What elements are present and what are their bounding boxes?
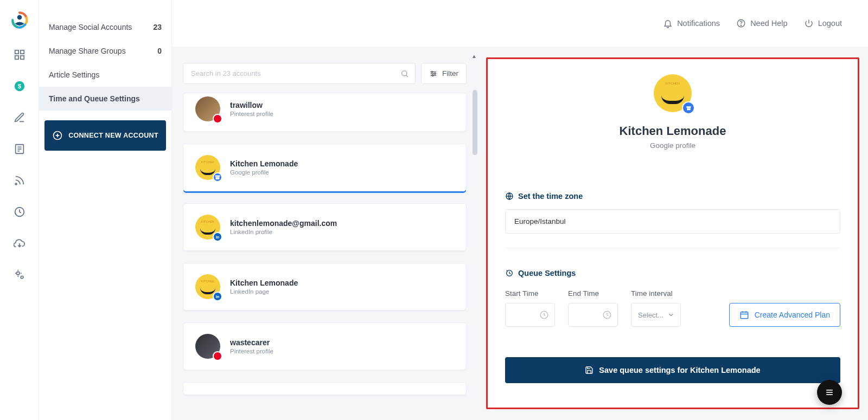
clock-icon — [602, 310, 612, 320]
clock-icon — [539, 310, 549, 320]
profile-name: Kitchen Lemonade — [505, 124, 840, 138]
end-time-input[interactable] — [568, 303, 618, 327]
svg-point-11 — [15, 183, 17, 185]
interval-label: Time interval — [631, 289, 681, 298]
sliders-icon — [429, 69, 438, 78]
svg-line-21 — [406, 75, 408, 77]
pinterest-badge-icon — [213, 351, 222, 361]
start-time-input[interactable] — [505, 303, 555, 327]
help-fab-button[interactable] — [817, 380, 842, 405]
svg-point-0 — [17, 15, 22, 20]
notifications-link[interactable]: Notifications — [663, 18, 720, 28]
save-icon — [585, 366, 593, 374]
sidebar-item-manage-accounts[interactable]: Manage Social Accounts 23 — [39, 15, 171, 39]
avatar: KITCHEN in — [195, 274, 220, 299]
settings-sidebar: Manage Social Accounts 23 Manage Share G… — [39, 0, 172, 420]
timezone-heading: Set the time zone — [505, 192, 840, 201]
svg-rect-2 — [20, 50, 23, 54]
logout-link[interactable]: Logout — [804, 18, 842, 28]
calendar-icon — [739, 310, 749, 320]
account-name: Kitchen Lemonade — [230, 279, 298, 287]
search-wrapper — [183, 63, 416, 84]
linkedin-badge-icon: in — [213, 292, 222, 301]
queue-heading: Queue Settings — [505, 269, 840, 277]
sidebar-item-time-queue[interactable]: Time and Queue Settings — [39, 87, 171, 111]
compose-icon[interactable] — [14, 112, 25, 124]
sidebar-item-label: Time and Queue Settings — [49, 94, 140, 103]
google-badge-icon — [213, 172, 222, 182]
avatar: KITCHEN — [195, 155, 220, 180]
svg-point-13 — [16, 272, 20, 275]
account-subtitle: Google profile — [230, 169, 298, 176]
scroll-up-arrow[interactable]: ▲ — [471, 53, 477, 59]
avatar — [195, 96, 220, 121]
save-queue-settings-button[interactable]: Save queue settings for Kitchen Lemonade — [505, 357, 840, 383]
search-input[interactable] — [183, 63, 416, 84]
plus-circle-icon — [52, 130, 63, 141]
settings-icon[interactable] — [14, 269, 25, 281]
account-name: trawillow — [230, 101, 273, 109]
account-subtitle: Pinterest profile — [230, 111, 273, 117]
account-card[interactable]: KITCHEN in kitchenlemonade@gmail.com Lin… — [183, 203, 467, 251]
power-icon — [804, 18, 814, 28]
sidebar-item-label: Article Settings — [49, 70, 99, 79]
account-subtitle: LinkedIn page — [230, 288, 298, 295]
svg-point-20 — [402, 70, 407, 75]
account-card[interactable]: KITCHEN Kitchen Lemonade Google profile — [183, 144, 467, 191]
accounts-column: ▲ Filter trawillow P — [172, 47, 477, 420]
account-card[interactable]: trawillow Pinterest profile — [183, 93, 467, 132]
svg-point-27 — [432, 75, 433, 76]
top-bar: Notifications Need Help Logout — [663, 0, 868, 47]
search-icon — [400, 69, 409, 78]
linkedin-badge-icon: in — [213, 232, 222, 242]
details-card: KITCHEN Kitchen Lemonade Google profile … — [486, 57, 859, 409]
account-card[interactable]: wastecarer Pinterest profile — [183, 322, 467, 370]
svg-rect-1 — [15, 50, 18, 54]
start-time-label: Start Time — [505, 289, 555, 298]
schedule-icon[interactable] — [14, 206, 25, 218]
account-subtitle: LinkedIn profile — [230, 229, 337, 235]
svg-text:in: in — [216, 235, 220, 240]
sidebar-item-article-settings[interactable]: Article Settings — [39, 63, 171, 87]
app-logo — [10, 11, 29, 29]
account-name: wastecarer — [230, 338, 273, 347]
pinterest-badge-icon — [213, 114, 222, 124]
sidebar-item-count: 23 — [153, 23, 162, 31]
profile-subtitle: Google profile — [505, 141, 840, 150]
help-link[interactable]: Need Help — [736, 18, 788, 28]
scrollbar-thumb[interactable] — [473, 90, 477, 155]
dashboard-icon[interactable] — [14, 49, 25, 61]
help-icon — [736, 18, 746, 28]
svg-point-26 — [434, 73, 436, 74]
sidebar-item-share-groups[interactable]: Manage Share Groups 0 — [39, 39, 171, 63]
icon-sidebar: $ — [0, 0, 39, 420]
refresh-clock-icon — [505, 269, 514, 277]
svg-text:$: $ — [17, 83, 21, 89]
account-card[interactable]: KITCHEN in Kitchen Lemonade LinkedIn pag… — [183, 263, 467, 311]
account-subtitle: Pinterest profile — [230, 348, 273, 354]
interval-select[interactable]: Select... — [631, 303, 681, 327]
google-badge-icon — [682, 101, 695, 114]
sidebar-item-count: 0 — [157, 47, 162, 55]
end-time-label: End Time — [568, 289, 618, 298]
avatar: KITCHEN in — [195, 215, 220, 240]
filter-button[interactable]: Filter — [421, 63, 467, 84]
create-advanced-plan-button[interactable]: Create Advanced Plan — [729, 303, 840, 327]
timezone-input[interactable] — [505, 209, 840, 234]
avatar — [195, 334, 220, 359]
details-column: KITCHEN Kitchen Lemonade Google profile … — [477, 47, 868, 420]
account-card[interactable] — [183, 382, 467, 395]
rss-icon[interactable] — [14, 175, 25, 186]
divider — [505, 248, 840, 248]
sidebar-item-label: Manage Share Groups — [49, 47, 126, 55]
svg-rect-4 — [20, 56, 23, 59]
svg-rect-28 — [216, 177, 220, 179]
sidebar-item-label: Manage Social Accounts — [49, 23, 132, 31]
import-icon[interactable] — [14, 237, 25, 249]
articles-icon[interactable] — [14, 143, 25, 155]
svg-point-14 — [21, 276, 23, 279]
pricing-icon[interactable]: $ — [14, 80, 25, 92]
connect-account-button[interactable]: CONNECT NEW ACCOUNT — [44, 120, 166, 151]
svg-text:in: in — [216, 294, 220, 299]
globe-icon — [505, 192, 514, 201]
